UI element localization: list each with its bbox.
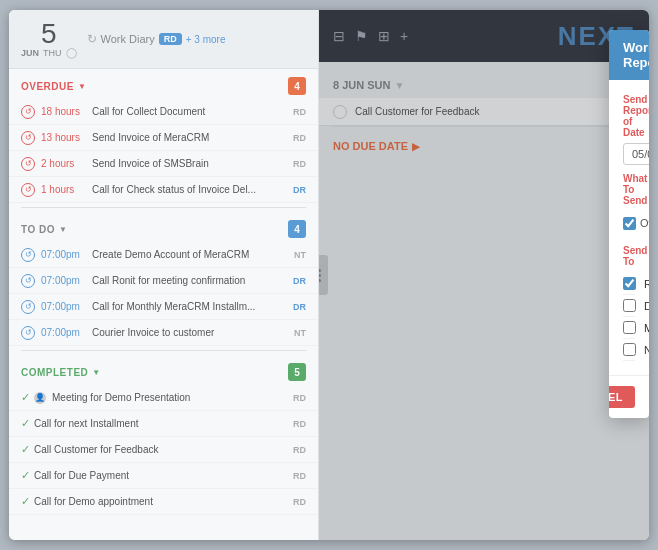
task-label: Create Demo Account of MeraCRM	[92, 249, 280, 260]
rd-badge: RD	[159, 33, 182, 45]
task-user: DR	[286, 276, 306, 286]
todo-task-4[interactable]: ↺ 07:00pm Courier Invoice to customer NT	[9, 320, 318, 346]
task-circle-icon: ↺	[21, 157, 35, 171]
task-time: 13 hours	[41, 132, 86, 143]
task-time: 2 hours	[41, 158, 86, 169]
send-to-label: Send To	[623, 245, 635, 267]
overdue-task-2[interactable]: ↺ 13 hours Send Invoice of MeraCRM RD	[9, 125, 318, 151]
completed-task-3[interactable]: ✓ Call Customer for Feedback RD	[9, 437, 318, 463]
overdue-count: 4	[288, 77, 306, 95]
check-icon: ✓	[21, 443, 30, 456]
modal-title: Work Report	[623, 40, 649, 70]
separator	[21, 350, 306, 351]
calendar-small-icon[interactable]: ◯	[66, 48, 77, 58]
contact-row-0: Rajendra Deewan rajendra.deewan@gmail.co…	[623, 273, 635, 295]
modal-overlay: Work Report Send Report of Date 📅 What T…	[319, 10, 649, 540]
date-input-row: 📅	[623, 143, 635, 165]
separator	[21, 207, 306, 208]
completed-section-header: COMPLETED ▼ 5	[9, 355, 318, 385]
task-user: RD	[286, 133, 306, 143]
task-circle-icon: ↺	[21, 248, 35, 262]
check-icon: ✓	[21, 495, 30, 508]
task-user: RD	[286, 445, 306, 455]
contact-name-3: Navneet Tiwary	[644, 344, 649, 356]
task-label: Call for Demo appointment	[34, 496, 280, 507]
task-label: Send Invoice of SMSBrain	[92, 158, 280, 169]
date-block: 5 JUN THU ◯	[21, 20, 77, 58]
todo-task-2[interactable]: ↺ 07:00pm Call Ronit for meeting confirm…	[9, 268, 318, 294]
main-container: 5 JUN THU ◯ ↻ Work Diary RD + 3 more OVE…	[9, 10, 649, 540]
contact-name-1: Durgesh Raja	[644, 300, 649, 312]
overdue-chevron[interactable]: ▼	[78, 82, 86, 91]
date-day: THU	[43, 49, 62, 58]
task-user: RD	[286, 419, 306, 429]
task-label: Call for Collect Document	[92, 106, 280, 117]
completed-task-5[interactable]: ✓ Call for Demo appointment RD	[9, 489, 318, 515]
task-label: Call Ronit for meeting confirmation	[92, 275, 280, 286]
contact-checkbox-1[interactable]	[623, 299, 636, 312]
task-label: Call Customer for Feedback	[34, 444, 280, 455]
work-diary-label: ↻ Work Diary RD + 3 more	[87, 32, 226, 46]
todo-count: 4	[288, 220, 306, 238]
completed-count: 5	[288, 363, 306, 381]
task-time: 07:00pm	[41, 301, 86, 312]
task-label: Call for next Installment	[34, 418, 280, 429]
todo-chevron[interactable]: ▼	[59, 225, 67, 234]
overdue-task-1[interactable]: ↺ 18 hours Call for Collect Document RD	[9, 99, 318, 125]
task-label: Meeting for Demo Presentation	[52, 392, 280, 403]
task-user: NT	[286, 250, 306, 260]
task-circle-icon: ↺	[21, 300, 35, 314]
task-time: 18 hours	[41, 106, 86, 117]
what-to-send-row: Overdue To Do Completed	[623, 211, 635, 235]
check-icon: ✓	[21, 417, 30, 430]
task-circle-icon: ↺	[21, 183, 35, 197]
todo-task-3[interactable]: ↺ 07:00pm Call for Monthly MeraCRM Insta…	[9, 294, 318, 320]
modal-header: Work Report	[609, 30, 649, 80]
task-label: Call for Monthly MeraCRM Installm...	[92, 301, 280, 312]
overdue-checkbox[interactable]	[623, 217, 636, 230]
completed-chevron[interactable]: ▼	[92, 368, 100, 377]
completed-task-1[interactable]: ✓ 👤 Meeting for Demo Presentation RD	[9, 385, 318, 411]
more-link[interactable]: + 3 more	[186, 34, 226, 45]
contact-name-2: Manish Raut	[644, 322, 649, 334]
contact-row-2: Manish Raut manish.raut@outlook.com	[623, 317, 635, 339]
completed-task-4[interactable]: ✓ Call for Due Payment RD	[9, 463, 318, 489]
contact-row-3: Navneet Tiwary navneettiwary@gmail.com	[623, 339, 635, 361]
task-user: RD	[286, 497, 306, 507]
completed-task-2[interactable]: ✓ Call for next Installment RD	[9, 411, 318, 437]
contact-checkbox-2[interactable]	[623, 321, 636, 334]
overdue-title: OVERDUE ▼	[21, 81, 86, 92]
overdue-task-3[interactable]: ↺ 2 hours Send Invoice of SMSBrain RD	[9, 151, 318, 177]
work-diary-text: Work Diary	[101, 33, 155, 45]
date-input[interactable]	[623, 143, 649, 165]
task-user: NT	[286, 328, 306, 338]
refresh-icon: ↻	[87, 32, 97, 46]
todo-task-1[interactable]: ↺ 07:00pm Create Demo Account of MeraCRM…	[9, 242, 318, 268]
cancel-button[interactable]: CANCEL	[609, 386, 635, 408]
modal-footer: SEND CANCEL	[609, 375, 649, 418]
contact-checkbox-0[interactable]	[623, 277, 636, 290]
overdue-task-4[interactable]: ↺ 1 hours Call for Check status of Invoi…	[9, 177, 318, 203]
task-time: 07:00pm	[41, 249, 86, 260]
check-icon: ✓	[21, 469, 30, 482]
task-user: RD	[286, 159, 306, 169]
left-header: 5 JUN THU ◯ ↻ Work Diary RD + 3 more	[9, 10, 318, 69]
task-time: 07:00pm	[41, 275, 86, 286]
overdue-checkbox-label[interactable]: Overdue	[623, 217, 649, 230]
check-icon: ✓	[21, 391, 30, 404]
overdue-section-header: OVERDUE ▼ 4	[9, 69, 318, 99]
task-label: Courier Invoice to customer	[92, 327, 280, 338]
task-label: Call for Check status of Invoice Del...	[92, 184, 280, 195]
person-icon: 👤	[34, 392, 46, 404]
completed-title: COMPLETED ▼	[21, 367, 101, 378]
task-user: RD	[286, 107, 306, 117]
task-time: 07:00pm	[41, 327, 86, 338]
todo-title: TO DO ▼	[21, 224, 67, 235]
task-user: RD	[286, 471, 306, 481]
contact-checkbox-3[interactable]	[623, 343, 636, 356]
left-content: OVERDUE ▼ 4 ↺ 18 hours Call for Collect …	[9, 69, 318, 540]
modal-body: Send Report of Date 📅 What To Send Overd…	[609, 80, 649, 375]
left-panel: 5 JUN THU ◯ ↻ Work Diary RD + 3 more OVE…	[9, 10, 319, 540]
what-to-send-label: What To Send	[623, 173, 635, 206]
date-month: JUN	[21, 49, 39, 58]
